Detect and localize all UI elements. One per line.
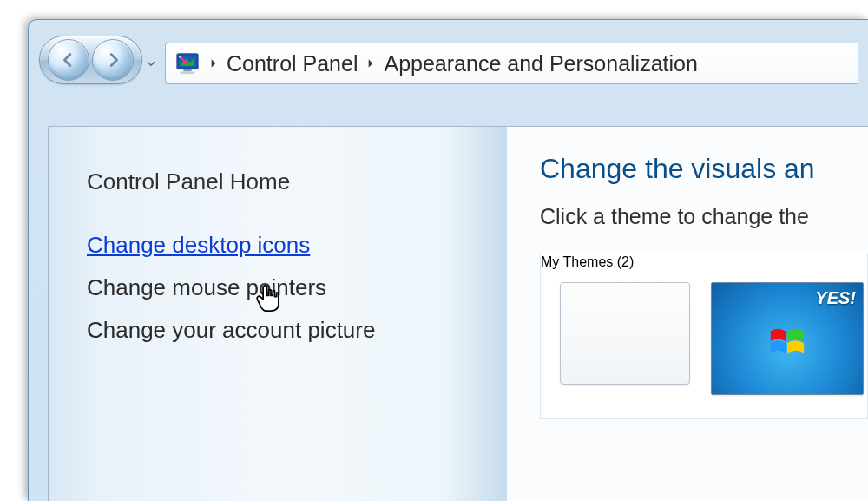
- history-dropdown-button[interactable]: [144, 43, 158, 84]
- theme-badge: YES!: [815, 288, 856, 308]
- themes-list: YES!: [541, 270, 867, 395]
- chevron-right-icon: [365, 57, 377, 69]
- forward-button[interactable]: [92, 39, 134, 81]
- personalization-icon: [174, 51, 201, 76]
- content-area: Control Panel Home Change desktop icons …: [48, 126, 868, 501]
- svg-point-2: [179, 56, 181, 58]
- svg-rect-4: [181, 71, 195, 74]
- theme-item[interactable]: [560, 282, 690, 385]
- arrow-right-icon: [103, 50, 122, 69]
- page-title: Change the visuals an: [540, 153, 868, 185]
- sidebar-link-account-picture[interactable]: Change your account picture: [87, 317, 375, 344]
- theme-item[interactable]: YES!: [711, 282, 864, 395]
- breadcrumb-item[interactable]: Control Panel: [227, 51, 358, 76]
- sidebar-home-link[interactable]: Control Panel Home: [87, 168, 476, 195]
- window-frame: Control Panel Appearance and Personaliza…: [28, 19, 868, 501]
- themes-group: My Themes (2) YES!: [540, 254, 868, 419]
- chevron-down-icon: [145, 57, 157, 69]
- svg-rect-3: [183, 69, 191, 72]
- chevron-right-icon: [207, 57, 220, 69]
- nav-buttons-container: [39, 36, 142, 84]
- page-subtitle: Click a theme to change the: [540, 204, 868, 229]
- sidebar: Control Panel Home Change desktop icons …: [49, 127, 507, 501]
- titlebar: Control Panel Appearance and Personaliza…: [29, 20, 868, 89]
- sidebar-link-mouse-pointers[interactable]: Change mouse pointers: [87, 274, 326, 301]
- breadcrumb-item[interactable]: Appearance and Personalization: [384, 51, 697, 76]
- address-bar[interactable]: Control Panel Appearance and Personaliza…: [165, 43, 858, 84]
- windows-logo-icon: [767, 323, 807, 363]
- main-panel: Change the visuals an Click a theme to c…: [507, 127, 868, 501]
- arrow-left-icon: [59, 50, 78, 69]
- themes-header: My Themes (2): [541, 254, 634, 269]
- back-button[interactable]: [48, 39, 89, 81]
- sidebar-link-desktop-icons[interactable]: Change desktop icons: [87, 232, 310, 259]
